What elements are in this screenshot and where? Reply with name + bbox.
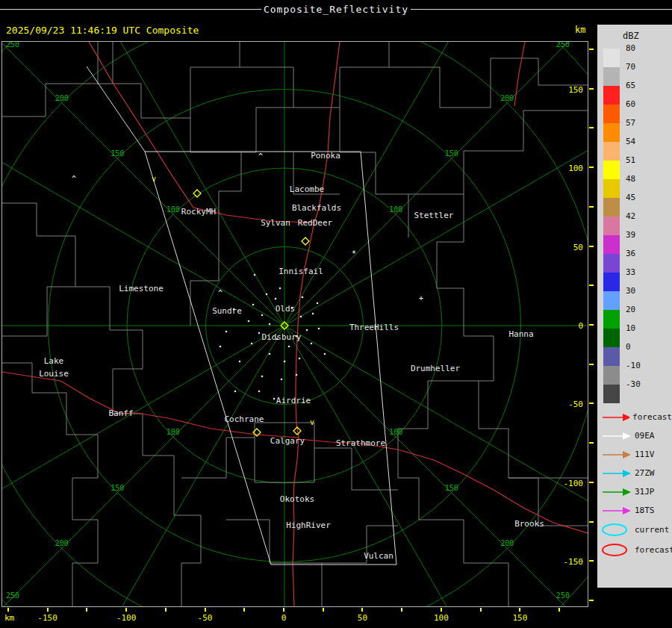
colorbar-value: 45 — [626, 193, 635, 202]
axis-label-bottom: 50 — [358, 613, 367, 623]
city-label: ThreeHills — [349, 323, 399, 332]
colorbar-swatch — [603, 123, 620, 142]
echo-dot — [312, 313, 314, 315]
colorbar-value: 60 — [626, 99, 635, 109]
axis-label-bottom: -150 — [37, 613, 57, 623]
echo-dot — [279, 287, 281, 290]
axis-tick — [480, 608, 482, 612]
legend-track-row: 27ZW — [597, 464, 672, 482]
echo-dot — [220, 346, 222, 348]
county-boundary — [2, 363, 98, 606]
axis-label-right: 100 — [568, 164, 583, 173]
track-arrow-icon — [602, 430, 632, 442]
colorbar-band-row: 70 — [603, 67, 672, 86]
axis-tick — [401, 608, 402, 612]
axis-tick — [589, 206, 594, 208]
colorbar-swatch — [603, 273, 620, 291]
city-label: Blackfalds — [292, 203, 341, 213]
axis-tick — [47, 608, 49, 612]
title-rule-right — [411, 9, 672, 10]
colorbar-value: 54 — [626, 137, 635, 146]
axis-tick — [86, 608, 87, 612]
colorbar-value: 42 — [626, 211, 635, 221]
axis-label-bottom: -100 — [116, 613, 137, 623]
axis-tick — [559, 608, 560, 612]
echo-dot — [234, 391, 237, 393]
colorbar-swatch — [603, 329, 620, 347]
legend-track-row: 111V — [597, 445, 672, 464]
echo-dot — [261, 376, 264, 378]
echo-dot — [318, 328, 320, 330]
echo-dot — [317, 302, 319, 305]
city-label: Banff — [108, 408, 133, 418]
axis-label-bottom: 100 — [434, 613, 449, 623]
colorbar-swatch — [603, 198, 620, 217]
city-label: Hanna — [508, 329, 533, 339]
axis-tick — [519, 608, 520, 612]
colorbar-swatch — [603, 217, 620, 235]
obs-symbol: * — [352, 249, 356, 258]
echo-dot — [261, 314, 264, 317]
ring-distance-label: 250 — [6, 42, 19, 49]
track-arrow-icon — [602, 449, 632, 461]
colorbar-band-row: 48 — [603, 179, 672, 198]
colorbar-value: 80 — [626, 43, 635, 53]
colorbar-band-row: 33 — [603, 273, 672, 291]
highway-line — [299, 439, 588, 533]
legend-ellipse-row: current — [597, 520, 672, 540]
colorbar-value: 48 — [626, 174, 635, 184]
ring-distance-label: 100 — [167, 428, 180, 436]
axis-tick — [589, 482, 594, 483]
axis-tick — [323, 608, 324, 612]
city-label: RockyMH — [181, 207, 216, 217]
city-label: Sundre — [212, 306, 242, 316]
county-boundary — [2, 42, 98, 116]
axis-tick — [589, 127, 594, 128]
axis-tick — [361, 608, 363, 612]
county-boundary — [419, 520, 508, 606]
echo-dot — [269, 353, 271, 355]
axis-label-bottom: -50 — [198, 613, 213, 623]
county-boundary — [219, 108, 293, 236]
colorbar-value: 36 — [626, 249, 635, 258]
axis-tick — [589, 560, 594, 562]
legend-track-row: forecast — [597, 408, 672, 426]
city-label: Innisfail — [279, 267, 323, 276]
county-boundary — [98, 84, 241, 152]
highway-line — [89, 42, 314, 223]
axis-label-right: 50 — [573, 243, 583, 252]
axis-tick — [589, 521, 594, 523]
colorbar-swatch — [603, 67, 620, 86]
arrow-head — [623, 470, 631, 477]
axis-tick — [165, 608, 167, 612]
radar-app-window: Composite_Reflectivity 2025/09/23 11:46:… — [0, 0, 672, 628]
city-label: Lake — [44, 356, 64, 366]
ring-distance-label: 250 — [556, 42, 570, 49]
axis-tick — [589, 167, 594, 168]
colorbar-swatch — [603, 179, 620, 198]
echo-dot — [296, 374, 298, 376]
axis-tick — [589, 246, 594, 247]
axis-tick — [441, 608, 442, 612]
colorbar-value: 65 — [626, 81, 635, 90]
track-label: 31JP — [635, 487, 655, 497]
echo-dot — [225, 331, 228, 333]
axis-tick — [7, 608, 9, 612]
colorbar-swatch — [603, 291, 620, 310]
axis-tick — [125, 608, 127, 612]
echo-dot — [248, 320, 250, 323]
colorbar-value: 70 — [626, 62, 635, 72]
county-boundary — [389, 58, 588, 108]
echo-dot — [311, 343, 313, 345]
county-boundary — [314, 448, 398, 490]
colorbar-swatch — [603, 161, 620, 179]
colorbar-swatch — [603, 366, 620, 385]
echo-dot — [254, 274, 256, 276]
axis-label-right: 0 — [578, 321, 583, 331]
city-label: Drumheller — [411, 364, 461, 373]
city-label: Lacombe — [290, 184, 324, 194]
timestamp-label: 2025/09/23 11:46:19 UTC Composite — [6, 25, 199, 36]
echo-dot — [306, 329, 308, 332]
track-label: 18TS — [635, 506, 655, 515]
ring-distance-label: 200 — [55, 539, 69, 547]
